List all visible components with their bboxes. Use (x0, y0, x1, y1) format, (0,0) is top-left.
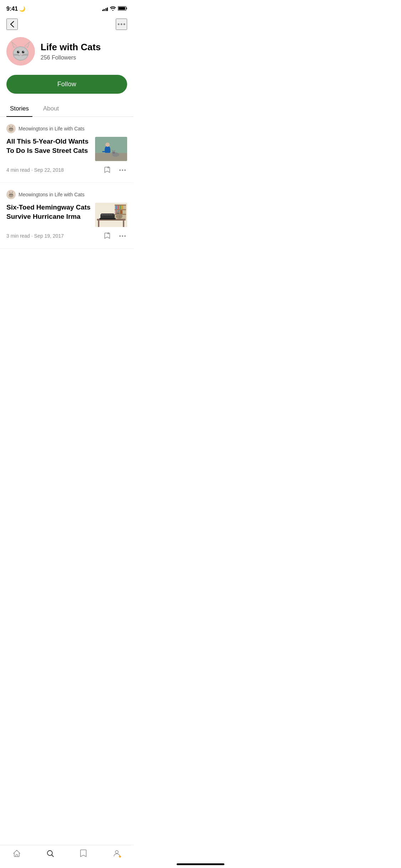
svg-point-12 (14, 47, 28, 60)
story-item: Meowingtons in Life with Cats All This 5… (0, 117, 134, 183)
back-button[interactable] (6, 19, 18, 30)
story-item: Meowingtons in Life with Cats Six-Toed H… (0, 183, 134, 249)
svg-rect-1 (126, 7, 127, 9)
svg-point-88 (124, 235, 126, 237)
svg-rect-73 (109, 215, 110, 215)
follow-button-wrapper: Follow (0, 72, 134, 101)
story-thumbnail[interactable] (95, 137, 127, 161)
svg-point-76 (116, 211, 120, 216)
svg-point-50 (11, 194, 12, 195)
svg-rect-68 (99, 218, 116, 219)
status-time: 9:41 (6, 6, 18, 12)
svg-point-3 (118, 24, 120, 25)
svg-point-13 (17, 51, 20, 53)
signal-bars-icon (102, 7, 108, 11)
svg-rect-69 (102, 215, 103, 215)
profile-info: Life with Cats 256 Followers (41, 42, 127, 61)
svg-point-80 (118, 213, 119, 214)
story-thumbnail[interactable] (95, 203, 127, 227)
story-meta: Meowingtons in Life with Cats (6, 190, 127, 199)
svg-rect-53 (115, 205, 126, 206)
svg-point-4 (121, 24, 123, 25)
status-bar: 9:41 🌙 (0, 0, 134, 16)
story-title[interactable]: All This 5-Year-Old Wants To Do Is Save … (6, 137, 91, 155)
svg-point-39 (114, 153, 115, 153)
svg-rect-29 (95, 153, 127, 161)
svg-rect-65 (123, 221, 124, 227)
svg-rect-32 (105, 149, 110, 153)
svg-rect-64 (98, 221, 99, 227)
svg-rect-59 (122, 206, 123, 209)
svg-point-27 (11, 128, 12, 129)
svg-rect-72 (107, 215, 108, 215)
battery-icon (118, 6, 127, 12)
story-author: Meowingtons in Life with Cats (19, 126, 84, 131)
wifi-icon (110, 6, 116, 12)
status-icons (102, 6, 127, 12)
svg-rect-58 (119, 206, 121, 209)
story-content: Six-Toed Hemingway Cats Survive Hurrican… (6, 203, 127, 227)
svg-point-16 (24, 51, 24, 52)
story-author: Meowingtons in Life with Cats (19, 192, 84, 197)
story-read-time: 4 min read · Sep 22, 2018 (6, 167, 64, 173)
svg-rect-33 (102, 151, 105, 152)
svg-point-14 (22, 51, 25, 53)
story-title[interactable]: Six-Toed Hemingway Cats Survive Hurrican… (6, 203, 91, 221)
followers-count: 256 Followers (41, 55, 127, 61)
story-content: All This 5-Year-Old Wants To Do Is Save … (6, 137, 127, 161)
svg-point-26 (10, 128, 10, 129)
story-more-button[interactable] (118, 234, 127, 238)
svg-point-87 (122, 235, 123, 237)
tab-about[interactable]: About (40, 101, 62, 117)
svg-rect-70 (104, 215, 105, 215)
author-avatar (6, 124, 16, 133)
svg-point-5 (124, 24, 125, 25)
tab-stories[interactable]: Stories (6, 101, 32, 117)
nav-bar (0, 16, 134, 33)
svg-rect-57 (118, 206, 119, 209)
svg-rect-74 (111, 215, 112, 215)
story-actions (102, 165, 127, 175)
follow-button[interactable]: Follow (6, 75, 127, 94)
svg-rect-2 (119, 7, 125, 10)
svg-point-86 (119, 235, 121, 237)
svg-point-23 (9, 127, 14, 131)
svg-point-43 (122, 169, 123, 171)
profile-header: Life with Cats 256 Followers (0, 33, 134, 72)
svg-rect-71 (105, 215, 106, 215)
author-avatar (6, 190, 16, 199)
svg-point-49 (10, 194, 10, 195)
svg-point-38 (113, 153, 114, 153)
publication-name: Life with Cats (41, 42, 127, 53)
svg-rect-54 (115, 209, 126, 210)
svg-point-79 (117, 213, 118, 214)
more-options-button[interactable] (116, 19, 127, 30)
story-actions (102, 231, 127, 241)
bookmark-button[interactable] (102, 165, 112, 175)
bookmark-button[interactable] (102, 231, 112, 241)
story-read-time: 3 min read · Sep 19, 2017 (6, 233, 64, 239)
svg-point-44 (124, 169, 126, 171)
story-footer: 4 min read · Sep 22, 2018 (6, 165, 127, 175)
stories-list: Meowingtons in Life with Cats All This 5… (0, 117, 134, 249)
story-more-button[interactable] (118, 168, 127, 172)
story-meta: Meowingtons in Life with Cats (6, 124, 127, 133)
svg-point-46 (9, 193, 14, 197)
story-footer: 3 min read · Sep 19, 2017 (6, 231, 127, 241)
publication-avatar (6, 37, 35, 66)
svg-rect-62 (120, 210, 123, 214)
svg-point-15 (19, 51, 19, 52)
svg-point-42 (119, 169, 121, 171)
svg-point-31 (105, 143, 110, 147)
moon-icon: 🌙 (19, 6, 25, 12)
svg-rect-56 (115, 206, 117, 209)
tabs-bar: Stories About (0, 101, 134, 117)
